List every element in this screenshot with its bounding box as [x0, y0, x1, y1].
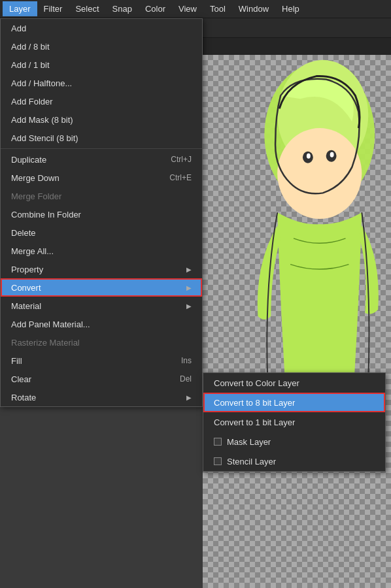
- menu-bar: Layer Filter Select Snap Color View Tool…: [0, 0, 391, 18]
- menu-item-rotate[interactable]: Rotate ▶: [1, 388, 202, 406]
- menubar-layer[interactable]: Layer: [3, 1, 37, 16]
- menu-item-fill[interactable]: Fill Ins: [1, 351, 202, 370]
- menubar-color[interactable]: Color: [139, 1, 172, 16]
- menubar-window[interactable]: Window: [232, 1, 275, 16]
- menu-item-merge-down[interactable]: Merge Down Ctrl+E: [1, 169, 202, 187]
- menu-item-merge-all[interactable]: Merge All...: [1, 242, 202, 260]
- convert-submenu: Convert to Color Layer Convert to 8 bit …: [203, 372, 386, 472]
- menu-item-add-panel-material[interactable]: Add Panel Material...: [1, 315, 202, 333]
- menu-item-material[interactable]: Material ▶: [1, 297, 202, 315]
- property-arrow-icon: ▶: [186, 266, 192, 273]
- canvas-area: [203, 55, 391, 588]
- menu-item-add-mask[interactable]: Add Mask (8 bit): [1, 110, 202, 129]
- menubar-tool[interactable]: Tool: [203, 1, 232, 16]
- menu-item-add-stencil[interactable]: Add Stencil (8 bit): [1, 129, 202, 147]
- menubar-select[interactable]: Select: [69, 1, 105, 16]
- canvas-illustration: [203, 55, 391, 588]
- svg-point-5: [307, 154, 311, 159]
- menubar-help[interactable]: Help: [275, 1, 306, 16]
- menu-item-rasterize-material: Rasterize Material: [1, 333, 202, 351]
- menu-item-add-folder[interactable]: Add Folder: [1, 92, 202, 110]
- layer-dropdown-menu: Add Add / 8 bit Add / 1 bit Add / Halfto…: [0, 18, 203, 407]
- convert-arrow-icon: ▶: [186, 284, 192, 291]
- submenu-convert-8bit[interactable]: Convert to 8 bit Layer: [203, 393, 385, 412]
- menu-item-convert[interactable]: Convert ▶: [1, 278, 202, 297]
- menu-item-add-halftone[interactable]: Add / Halftone...: [1, 74, 202, 92]
- svg-point-6: [330, 152, 334, 157]
- menubar-snap[interactable]: Snap: [106, 1, 139, 16]
- submenu-stencil-layer[interactable]: Stencil Layer: [203, 451, 385, 471]
- submenu-convert-color[interactable]: Convert to Color Layer: [203, 373, 385, 393]
- separator-1: [1, 148, 202, 149]
- submenu-convert-1bit[interactable]: Convert to 1 bit Layer: [203, 412, 385, 432]
- menubar-filter[interactable]: Filter: [37, 1, 69, 16]
- menu-item-duplicate[interactable]: Duplicate Ctrl+J: [1, 150, 202, 169]
- material-arrow-icon: ▶: [186, 302, 192, 310]
- menu-item-add-1bit[interactable]: Add / 1 bit: [1, 56, 202, 74]
- rotate-arrow-icon: ▶: [186, 394, 192, 401]
- menu-item-add[interactable]: Add: [1, 19, 202, 37]
- menu-item-delete[interactable]: Delete: [1, 223, 202, 242]
- menu-item-combine-folder[interactable]: Combine In Folder: [1, 205, 202, 223]
- menu-item-property[interactable]: Property ▶: [1, 260, 202, 278]
- mask-layer-checkbox[interactable]: [214, 438, 222, 446]
- menu-item-clear[interactable]: Clear Del: [1, 370, 202, 388]
- submenu-mask-layer[interactable]: Mask Layer: [203, 432, 385, 451]
- stencil-layer-checkbox[interactable]: [214, 457, 222, 465]
- menu-item-merge-folder: Merge Folder: [1, 187, 202, 205]
- menu-item-add-8bit[interactable]: Add / 8 bit: [1, 37, 202, 56]
- menubar-view[interactable]: View: [172, 1, 203, 16]
